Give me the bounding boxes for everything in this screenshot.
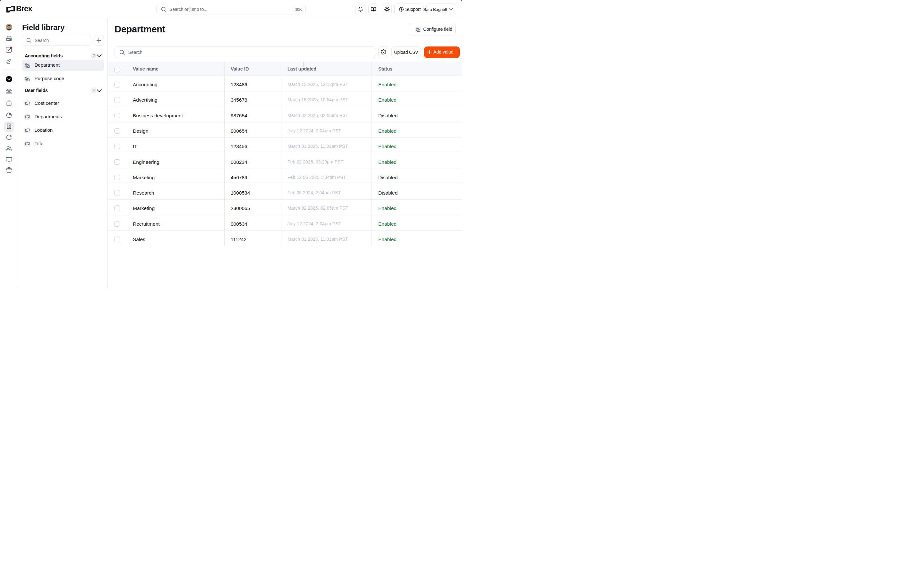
svg-text:W: W: [7, 77, 11, 81]
